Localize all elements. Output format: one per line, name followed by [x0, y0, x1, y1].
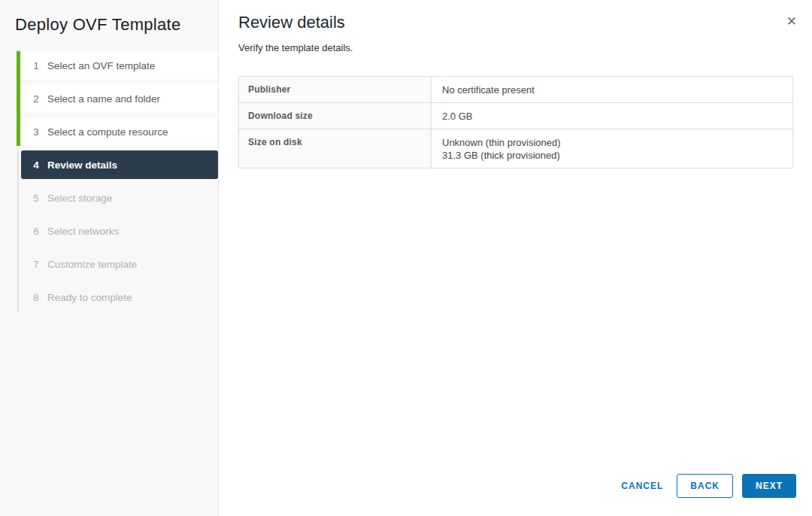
step-label: Customize template	[47, 259, 137, 270]
step-label: Select networks	[47, 226, 119, 237]
step-number: 2	[32, 93, 41, 105]
step-number: 6	[32, 226, 41, 237]
wizard-content-pane: ✕ Review details Verify the template det…	[219, 0, 812, 516]
step-number: 8	[32, 292, 41, 303]
wizard-step-2[interactable]: 2Select a name and folder	[21, 84, 218, 113]
details-table-body: PublisherNo certificate presentDownload …	[239, 77, 792, 168]
wizard-steps: 1Select an OVF template2Select a name an…	[17, 51, 218, 311]
page-subtitle: Verify the template details.	[238, 42, 793, 53]
wizard-step-6: 6Select networks	[21, 217, 218, 245]
step-number: 4	[32, 159, 41, 171]
table-row: PublisherNo certificate present	[239, 77, 792, 102]
step-label: Select a compute resource	[47, 126, 168, 138]
detail-label: Publisher	[239, 77, 432, 102]
wizard-step-8: 8Ready to complete	[21, 283, 218, 311]
wizard-step-4[interactable]: 4Review details	[21, 150, 218, 179]
step-label: Select storage	[47, 193, 112, 204]
wizard-sidebar: Deploy OVF Template 1Select an OVF templ…	[0, 0, 219, 516]
close-button[interactable]: ✕	[783, 14, 800, 29]
step-number: 7	[32, 259, 41, 270]
step-label: Select an OVF template	[47, 60, 155, 71]
table-row: Download size2.0 GB	[239, 102, 792, 129]
wizard-step-7: 7Customize template	[21, 250, 218, 278]
step-label: Select a name and folder	[47, 93, 160, 105]
detail-value: 2.0 GB	[442, 110, 782, 123]
step-number: 3	[32, 126, 41, 138]
next-button[interactable]: NEXT	[742, 474, 796, 498]
deploy-ovf-template-dialog: Deploy OVF Template 1Select an OVF templ…	[0, 0, 812, 516]
detail-value-cell: No certificate present	[432, 77, 792, 102]
details-table: PublisherNo certificate presentDownload …	[238, 76, 793, 168]
step-label: Review details	[47, 159, 117, 171]
detail-value: 31.3 GB (thick provisioned)	[442, 149, 782, 162]
dialog-title: Deploy OVF Template	[15, 15, 205, 35]
table-row: Size on diskUnknown (thin provisioned)31…	[239, 129, 792, 168]
detail-value-cell: Unknown (thin provisioned)31.3 GB (thick…	[432, 129, 792, 168]
progress-rail-completed	[17, 51, 20, 146]
detail-label: Download size	[239, 102, 432, 129]
wizard-step-5: 5Select storage	[21, 184, 218, 212]
wizard-step-3[interactable]: 3Select a compute resource	[21, 117, 218, 146]
footer-actions: CANCEL BACK NEXT	[614, 474, 796, 498]
back-button[interactable]: BACK	[677, 474, 733, 498]
cancel-button[interactable]: CANCEL	[614, 474, 671, 498]
detail-value: Unknown (thin provisioned)	[442, 136, 782, 149]
step-number: 5	[32, 193, 41, 204]
detail-label: Size on disk	[239, 129, 432, 168]
close-icon: ✕	[786, 14, 797, 29]
wizard-step-1[interactable]: 1Select an OVF template	[21, 51, 218, 80]
step-label: Ready to complete	[47, 292, 132, 303]
progress-rail-upcoming	[17, 150, 19, 311]
page-title: Review details	[238, 13, 793, 32]
step-number: 1	[32, 60, 41, 71]
detail-value-cell: 2.0 GB	[432, 102, 792, 129]
detail-value: No certificate present	[442, 83, 782, 96]
